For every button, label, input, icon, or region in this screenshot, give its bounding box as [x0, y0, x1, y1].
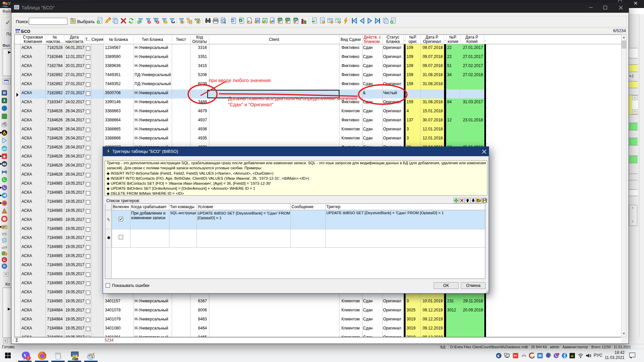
svg-text:◆: ◆	[3, 155, 6, 158]
svg-text:W: W	[3, 91, 6, 95]
svg-text:TXT: TXT	[286, 19, 289, 21]
svg-text:e: e	[272, 19, 274, 23]
svg-text:2: 2	[27, 356, 29, 360]
svg-text:X: X	[3, 99, 6, 103]
svg-text:2: 2	[5, 253, 7, 256]
svg-text:XML: XML	[293, 19, 298, 21]
svg-text:G: G	[3, 258, 6, 262]
svg-text:A: A	[250, 20, 252, 24]
svg-text:X: X	[240, 19, 242, 22]
svg-text:W: W	[231, 19, 234, 22]
svg-text:CSV: CSV	[278, 19, 282, 21]
svg-text:0: 0	[549, 355, 551, 358]
svg-text:qb: qb	[2, 147, 6, 150]
svg-text:SQL: SQL	[195, 18, 201, 21]
svg-text:R: R	[3, 264, 6, 268]
